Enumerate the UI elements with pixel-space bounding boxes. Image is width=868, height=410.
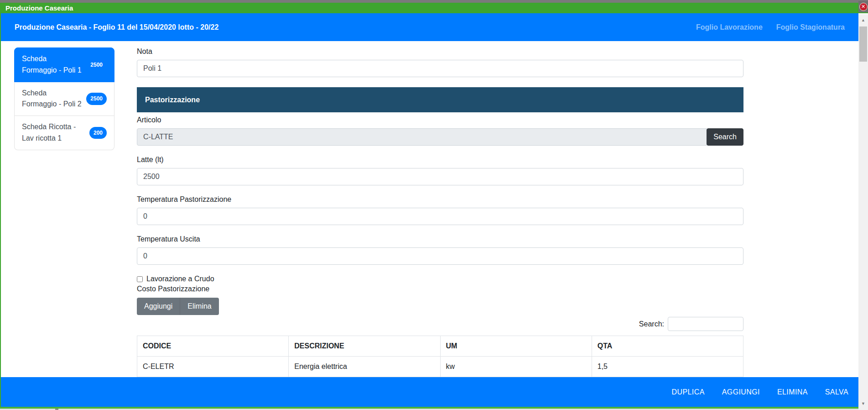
nota-input[interactable]	[137, 60, 743, 77]
nav-link-foglio-lavorazione[interactable]: Foglio Lavorazione	[696, 23, 763, 32]
close-button[interactable]: ✕	[858, 1, 868, 12]
lavorazione-a-crudo-group: Lavorazione a Crudo	[137, 275, 743, 283]
lavorazione-a-crudo-label: Lavorazione a Crudo	[146, 275, 214, 283]
articolo-group: Articolo Search	[137, 116, 743, 146]
scrollbar-down-icon[interactable]: ▼	[858, 399, 868, 408]
temperatura-pastorizzazione-input[interactable]	[137, 208, 743, 225]
duplica-button[interactable]: DUPLICA	[672, 388, 705, 396]
footer-action-bar: DUPLICA AGGIUNGI ELIMINA SALVA	[1, 377, 858, 407]
temperatura-pastorizzazione-group: Temperatura Pastorizzazione	[137, 195, 743, 225]
temperatura-uscita-label: Temperatura Uscita	[137, 235, 743, 243]
cell-qta: 1,5	[592, 357, 743, 377]
window-titlebar: Produzione Casearia	[0, 3, 868, 13]
temperatura-uscita-input[interactable]	[137, 247, 743, 265]
navbar-links: Foglio Lavorazione Foglio Stagionatura	[696, 23, 845, 32]
pastorizzazione-section-header: Pastorizzazione	[137, 87, 743, 112]
costo-pastorizzazione-label: Costo Pastorizzazione	[137, 285, 743, 293]
articolo-label: Articolo	[137, 116, 743, 124]
window-title: Produzione Casearia	[5, 4, 73, 12]
column-header-um[interactable]: UM	[440, 336, 592, 357]
list-item-label: Scheda Ricotta - Lav ricotta 1	[22, 121, 86, 144]
table-search-label: Search:	[639, 320, 664, 328]
column-header-codice[interactable]: CODICE	[137, 336, 289, 357]
scheda-list: Scheda Formaggio - Poli 1 2500 Scheda Fo…	[14, 47, 114, 150]
latte-group: Latte (lt)	[137, 156, 743, 185]
cost-actions-button-group: Aggiungi Elimina	[137, 298, 219, 315]
temperatura-uscita-group: Temperatura Uscita	[137, 235, 743, 265]
list-item-label: Scheda Formaggio - Poli 1	[22, 53, 83, 76]
page-title: Produzione Casearia - Foglio 11 del 15/0…	[15, 23, 218, 32]
cell-codice: C-ELETR	[137, 357, 289, 377]
column-header-descrizione[interactable]: DESCRIZIONE	[289, 336, 440, 357]
window-left-border	[0, 13, 1, 409]
articolo-search-button[interactable]: Search	[707, 128, 743, 146]
elimina-footer-button[interactable]: ELIMINA	[777, 388, 808, 396]
column-header-qta[interactable]: QTA	[592, 336, 743, 357]
cell-um: kw	[440, 357, 592, 377]
latte-input[interactable]	[137, 168, 743, 185]
scrollbar-up-icon[interactable]: ▲	[858, 15, 868, 25]
table-header-row: CODICE DESCRIZIONE UM QTA	[137, 336, 743, 357]
latte-label: Latte (lt)	[137, 156, 743, 164]
sidebar-item-scheda-ricotta-lav-ricotta-1[interactable]: Scheda Ricotta - Lav ricotta 1 200	[14, 116, 114, 150]
section-title: Pastorizzazione	[145, 96, 200, 104]
nota-label: Nota	[137, 47, 743, 56]
aggiungi-footer-button[interactable]: AGGIUNGI	[722, 388, 760, 396]
sidebar-item-scheda-formaggio-poli-2[interactable]: Scheda Formaggio - Poli 2 2500	[14, 82, 114, 116]
aggiungi-button[interactable]: Aggiungi	[137, 298, 180, 315]
table-row[interactable]: C-ELETR Energia elettrica kw 1,5	[137, 357, 743, 377]
navbar: Produzione Casearia - Foglio 11 del 15/0…	[1, 13, 858, 41]
cell-descrizione: Energia elettrica	[289, 357, 440, 377]
elimina-button[interactable]: Elimina	[180, 298, 218, 315]
salva-button[interactable]: SALVA	[825, 388, 848, 396]
quantity-badge: 2500	[86, 93, 107, 105]
lavorazione-a-crudo-checkbox[interactable]	[137, 276, 143, 282]
list-item-label: Scheda Formaggio - Poli 2	[22, 88, 83, 110]
quantity-badge: 2500	[86, 59, 107, 71]
costi-table: CODICE DESCRIZIONE UM QTA C-ELETR Energi…	[137, 336, 743, 377]
vertical-scrollbar[interactable]: ▲ ▼	[858, 14, 868, 410]
main-content: Nota Pastorizzazione Articolo Search Lat…	[137, 44, 743, 377]
close-icon: ✕	[859, 3, 868, 11]
scrollbar-thumb[interactable]	[859, 26, 867, 62]
nav-link-foglio-stagionatura[interactable]: Foglio Stagionatura	[776, 23, 845, 32]
table-search-row: Search:	[137, 317, 743, 331]
articolo-input	[137, 128, 707, 146]
table-search-input[interactable]	[668, 317, 743, 331]
nota-group: Nota	[137, 47, 743, 77]
quantity-badge: 200	[89, 127, 107, 139]
sidebar-item-scheda-formaggio-poli-1[interactable]: Scheda Formaggio - Poli 1 2500	[14, 47, 114, 82]
temperatura-pastorizzazione-label: Temperatura Pastorizzazione	[137, 195, 743, 204]
